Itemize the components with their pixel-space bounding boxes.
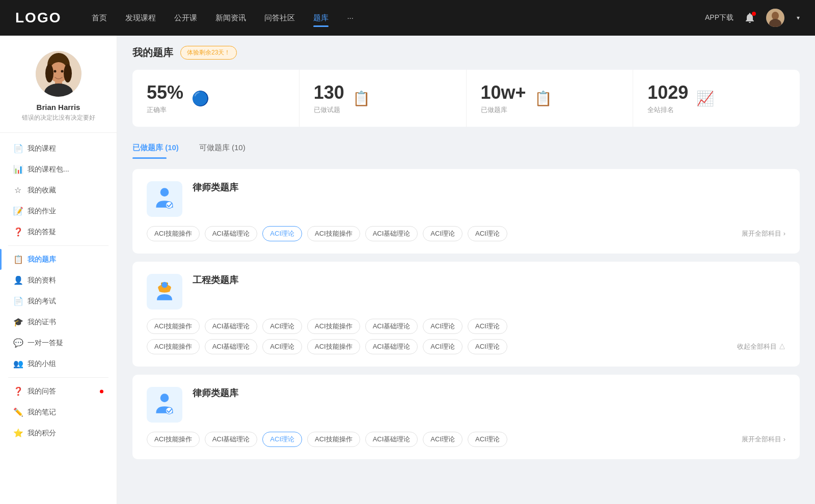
tag-item[interactable]: ACI理论 (423, 432, 463, 447)
qbank-icon (147, 387, 182, 423)
tag-item[interactable]: ACI理论 (423, 319, 463, 334)
stat-label: 全站排名 (647, 105, 688, 115)
menu-item-icon: ☆ (13, 185, 22, 195)
nav-item[interactable]: 公开课 (174, 11, 197, 25)
tag-item[interactable]: ACI技能操作 (307, 319, 360, 334)
nav-item[interactable]: ··· (347, 11, 354, 25)
collapse-button[interactable]: 收起全部科目 △ (737, 342, 785, 351)
menu-item-label: 我的题库 (28, 255, 56, 264)
qbank-card: 工程类题库 ACI技能操作ACI基础理论ACI理论ACI技能操作ACI基础理论A… (132, 262, 800, 367)
qbank-header: 律师类题库 (147, 387, 785, 423)
sidebar: Brian Harris 错误的决定比没有决定要好 📄我的课程📊我的课程包...… (0, 36, 117, 504)
tag-item[interactable]: ACI基础理论 (205, 319, 258, 334)
sidebar-menu-item[interactable]: 💬一对一答疑 (0, 332, 117, 353)
nav-item[interactable]: 首页 (92, 11, 107, 25)
svg-point-10 (53, 70, 56, 73)
qbank-info: 律师类题库 (193, 181, 238, 193)
menu-item-label: 我的笔记 (28, 408, 56, 417)
notification-dot (752, 12, 756, 16)
tag-item[interactable]: ACI理论 (468, 226, 507, 241)
nav-item[interactable]: 新闻资讯 (215, 11, 246, 25)
sidebar-menu-item[interactable]: ❓我的答疑 (0, 221, 117, 242)
tag-item[interactable]: ACI技能操作 (307, 339, 360, 354)
tag-item[interactable]: ACI理论 (262, 339, 302, 354)
stat-label: 正确率 (147, 105, 183, 115)
sidebar-divider (8, 245, 108, 246)
stat-label: 已做题库 (481, 105, 526, 115)
menu-item-icon: 👥 (13, 359, 22, 369)
sidebar-menu-item[interactable]: ☆我的收藏 (0, 180, 117, 201)
menu-item-label: 我的课程 (28, 144, 56, 153)
sidebar-menu-item[interactable]: 📝我的作业 (0, 201, 117, 221)
sidebar-menu-item[interactable]: 📄我的考试 (0, 291, 117, 312)
tag-item[interactable]: ACI技能操作 (307, 432, 360, 447)
menu-item-label: 我的资料 (28, 276, 56, 285)
logo[interactable]: LOGO (15, 10, 61, 26)
menu-item-icon: ❓ (13, 386, 22, 396)
tab-item[interactable]: 已做题库 (10) (132, 139, 189, 159)
tag-item[interactable]: ACI基础理论 (205, 226, 258, 241)
sidebar-menu-item[interactable]: 🎓我的证书 (0, 312, 117, 332)
expand-button[interactable]: 展开全部科目 › (742, 435, 785, 444)
qbank-info: 律师类题库 (193, 387, 238, 399)
stat-item: 1029 全站排名 📈 (633, 70, 800, 127)
tag-item[interactable]: ACI技能操作 (147, 339, 200, 354)
sidebar-menu-item[interactable]: 👤我的资料 (0, 270, 117, 291)
menu-item-label: 我的收藏 (28, 186, 56, 195)
navbar-right: APP下载 ▾ (705, 9, 800, 27)
tabs-bar: 已做题库 (10)可做题库 (10) (132, 139, 800, 159)
sidebar-menu-item[interactable]: ✏️我的笔记 (0, 402, 117, 423)
tag-item[interactable]: ACI基础理论 (365, 319, 418, 334)
user-avatar[interactable] (766, 9, 784, 27)
tag-item[interactable]: ACI理论 (468, 432, 507, 447)
menu-item-icon: 🎓 (13, 317, 22, 327)
nav-item[interactable]: 题库 (313, 11, 329, 25)
svg-point-1 (772, 12, 779, 20)
sidebar-menu-item[interactable]: 👥我的小组 (0, 353, 117, 374)
nav-item[interactable]: 发现课程 (125, 11, 156, 25)
svg-point-16 (160, 394, 169, 402)
tag-item[interactable]: ACI基础理论 (365, 432, 418, 447)
tag-item[interactable]: ACI理论 (423, 339, 463, 354)
menu-item-label: 我的答疑 (28, 228, 56, 237)
tag-item[interactable]: ACI理论 (262, 226, 302, 241)
sidebar-menu-item[interactable]: 📊我的课程包... (0, 159, 117, 180)
stat-label: 已做试题 (314, 105, 344, 115)
app-download-link[interactable]: APP下载 (705, 13, 734, 22)
sidebar-menu-item[interactable]: 📋我的题库 (0, 249, 117, 270)
tab-item[interactable]: 可做题库 (10) (199, 139, 256, 159)
user-menu-chevron[interactable]: ▾ (797, 14, 800, 21)
tag-item[interactable]: ACI基础理论 (365, 339, 418, 354)
page-header: 我的题库 体验剩余23天！ (132, 46, 800, 60)
tag-item[interactable]: ACI基础理论 (205, 432, 258, 447)
tag-item[interactable]: ACI理论 (423, 226, 463, 241)
tag-item[interactable]: ACI理论 (468, 339, 507, 354)
stat-item: 55% 正确率 🔵 (132, 70, 300, 127)
svg-point-12 (160, 188, 169, 197)
qbank-title: 律师类题库 (193, 181, 238, 193)
menu-item-icon: ⭐ (13, 428, 22, 438)
sidebar-menu-item[interactable]: 📄我的课程 (0, 138, 117, 159)
notification-bell[interactable] (744, 12, 756, 24)
tag-item[interactable]: ACI技能操作 (147, 432, 200, 447)
tag-item[interactable]: ACI基础理论 (365, 226, 418, 241)
stat-value-group: 1029 全站排名 (647, 82, 688, 115)
menu-item-icon: 📊 (13, 164, 22, 174)
tag-item[interactable]: ACI理论 (262, 432, 302, 447)
qbank-icon (147, 274, 182, 310)
expand-button[interactable]: 展开全部科目 › (742, 229, 785, 238)
sidebar-menu-item[interactable]: ❓我的问答 (0, 381, 117, 402)
sidebar-menu-item[interactable]: ⭐我的积分 (0, 423, 117, 443)
tag-item[interactable]: ACI技能操作 (307, 226, 360, 241)
tag-item[interactable]: ACI理论 (468, 319, 507, 334)
tag-item[interactable]: ACI技能操作 (147, 226, 200, 241)
trial-badge: 体验剩余23天！ (180, 46, 237, 60)
tag-item[interactable]: ACI基础理论 (205, 339, 258, 354)
menu-item-icon: 👤 (13, 275, 22, 285)
stat-item: 10w+ 已做题库 📋 (467, 70, 634, 127)
tag-item[interactable]: ACI理论 (262, 319, 302, 334)
nav-item[interactable]: 问答社区 (264, 11, 295, 25)
tag-item[interactable]: ACI技能操作 (147, 319, 200, 334)
menu-item-label: 我的问答 (28, 387, 56, 396)
menu-item-icon: 📄 (13, 296, 22, 306)
